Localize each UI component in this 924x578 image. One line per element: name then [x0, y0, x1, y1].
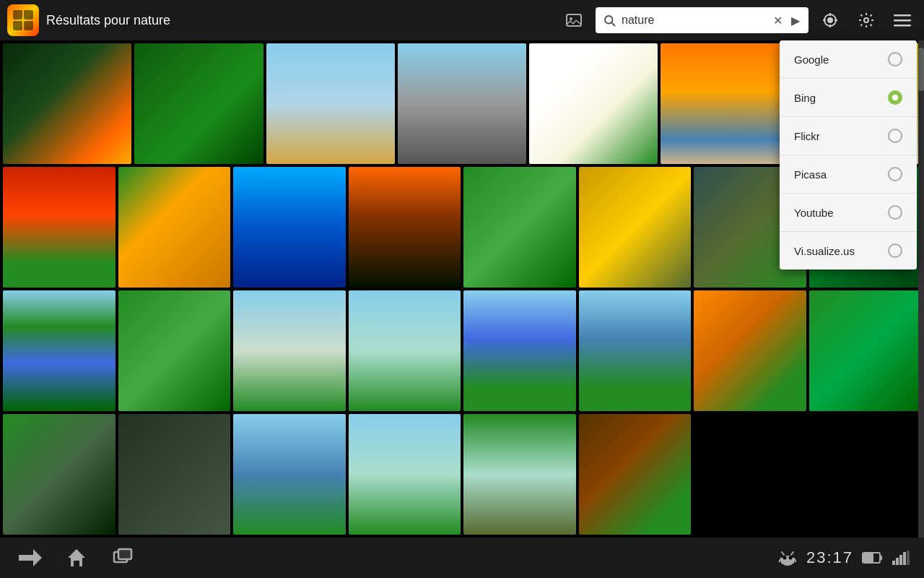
image-gold-butterfly[interactable] — [579, 167, 692, 288]
bottom-bar: 23:17 — [0, 538, 924, 578]
image-type-button[interactable] — [559, 6, 588, 35]
grid-row-4 — [3, 414, 921, 535]
image-mountain-sunset-road[interactable] — [579, 414, 692, 535]
top-bar: Résultats pour nature ✕ ▶ — [0, 0, 924, 40]
svg-rect-19 — [781, 558, 794, 564]
radio-visualizeus[interactable] — [888, 243, 902, 258]
dropdown-label-flickr: Flickr — [794, 130, 820, 142]
grid-row-3 — [3, 290, 921, 411]
search-icon — [603, 14, 616, 27]
svg-line-24 — [780, 558, 781, 561]
android-icon — [777, 548, 798, 568]
signal-icon — [892, 551, 910, 565]
settings-button[interactable] — [852, 6, 881, 35]
bottom-nav-group — [14, 542, 139, 574]
svg-marker-14 — [19, 549, 42, 566]
dropdown-label-bing: Bing — [794, 92, 816, 104]
image-lightning-city[interactable] — [3, 43, 131, 164]
svg-line-22 — [782, 552, 784, 555]
menu-button[interactable] — [888, 6, 917, 35]
image-green-terraces[interactable] — [463, 167, 576, 288]
scrollbar-track[interactable] — [918, 40, 924, 538]
svg-point-20 — [783, 556, 786, 560]
image-mountain-lake[interactable] — [3, 290, 116, 411]
image-waterfall-green[interactable] — [463, 414, 576, 535]
svg-line-23 — [791, 552, 793, 555]
image-blue-rocky-lake[interactable] — [579, 290, 692, 411]
svg-rect-27 — [863, 553, 873, 562]
radio-picasa[interactable] — [888, 167, 902, 181]
search-input[interactable] — [622, 14, 766, 27]
battery-icon — [862, 551, 884, 565]
radio-flickr[interactable] — [888, 129, 902, 143]
image-green-path[interactable] — [118, 290, 231, 411]
dropdown-item-flickr[interactable]: Flickr — [780, 117, 917, 155]
image-arch-bridge[interactable] — [349, 290, 461, 411]
svg-point-21 — [788, 556, 792, 560]
svg-rect-31 — [899, 555, 902, 565]
image-red-sky-trees[interactable] — [3, 167, 116, 288]
image-forest-road[interactable] — [694, 290, 806, 411]
radio-youtube[interactable] — [888, 205, 902, 220]
image-empty-1 — [694, 414, 806, 535]
svg-rect-17 — [118, 549, 131, 559]
status-area: 23:17 — [777, 548, 910, 568]
image-golden-forest[interactable] — [118, 167, 231, 288]
svg-rect-30 — [896, 558, 899, 565]
image-empty-2 — [809, 414, 922, 535]
scrollbar-thumb[interactable] — [918, 48, 924, 91]
svg-rect-0 — [567, 14, 581, 26]
svg-rect-12 — [894, 20, 911, 22]
svg-rect-28 — [880, 556, 882, 560]
location-button[interactable] — [816, 6, 845, 35]
svg-point-1 — [570, 17, 572, 20]
home-button[interactable] — [61, 542, 92, 574]
svg-marker-15 — [68, 549, 85, 566]
recents-button[interactable] — [107, 542, 139, 574]
svg-rect-11 — [894, 14, 911, 17]
dropdown-label-google: Google — [794, 53, 829, 66]
image-dark-fire-forest[interactable] — [349, 167, 461, 288]
dropdown-label-picasa: Picasa — [794, 168, 827, 181]
svg-line-25 — [794, 558, 796, 561]
svg-rect-32 — [903, 552, 906, 565]
search-next-button[interactable]: ▶ — [790, 12, 801, 29]
image-alpine-lake[interactable] — [463, 290, 576, 411]
dropdown-item-google[interactable]: Google — [780, 40, 917, 79]
image-zen-stones[interactable] — [398, 43, 526, 164]
search-clear-button[interactable]: ✕ — [772, 12, 784, 29]
back-button[interactable] — [14, 542, 46, 574]
svg-point-10 — [864, 18, 868, 22]
image-arch-water[interactable] — [349, 414, 461, 535]
dropdown-item-visualizeus[interactable]: Vi.sualize.us — [780, 232, 917, 269]
dropdown-item-picasa[interactable]: Picasa — [780, 155, 917, 194]
dropdown-item-bing[interactable]: Bing — [780, 79, 917, 117]
svg-line-3 — [611, 22, 614, 25]
source-dropdown-menu: Google Bing Flickr Picasa Youtube Vi.sua… — [780, 40, 917, 269]
dropdown-item-youtube[interactable]: Youtube — [780, 194, 917, 232]
image-white-flower[interactable] — [529, 43, 658, 164]
dropdown-label-visualizeus: Vi.sualize.us — [794, 245, 855, 257]
search-container: ✕ ▶ — [596, 7, 808, 33]
image-beach-sunset[interactable] — [661, 43, 789, 164]
image-blue-ice[interactable] — [233, 167, 346, 288]
svg-rect-33 — [907, 551, 910, 565]
time-display: 23:17 — [806, 548, 853, 567]
page-title: Résultats pour nature — [46, 13, 170, 28]
image-fish-water[interactable] — [233, 414, 346, 535]
svg-rect-13 — [894, 25, 911, 27]
image-pier[interactable] — [134, 43, 263, 164]
image-swamp-trees[interactable] — [3, 414, 116, 535]
image-green-stream[interactable] — [809, 290, 922, 411]
image-sculpture-garden[interactable] — [233, 290, 346, 411]
app-icon[interactable] — [7, 4, 39, 36]
dropdown-label-youtube: Youtube — [794, 207, 834, 219]
radio-google[interactable] — [888, 52, 902, 66]
image-sky-clouds[interactable] — [266, 43, 395, 164]
svg-rect-29 — [892, 561, 895, 565]
radio-bing[interactable] — [888, 90, 902, 105]
image-dark-water-path[interactable] — [118, 414, 231, 535]
svg-point-5 — [828, 18, 832, 22]
